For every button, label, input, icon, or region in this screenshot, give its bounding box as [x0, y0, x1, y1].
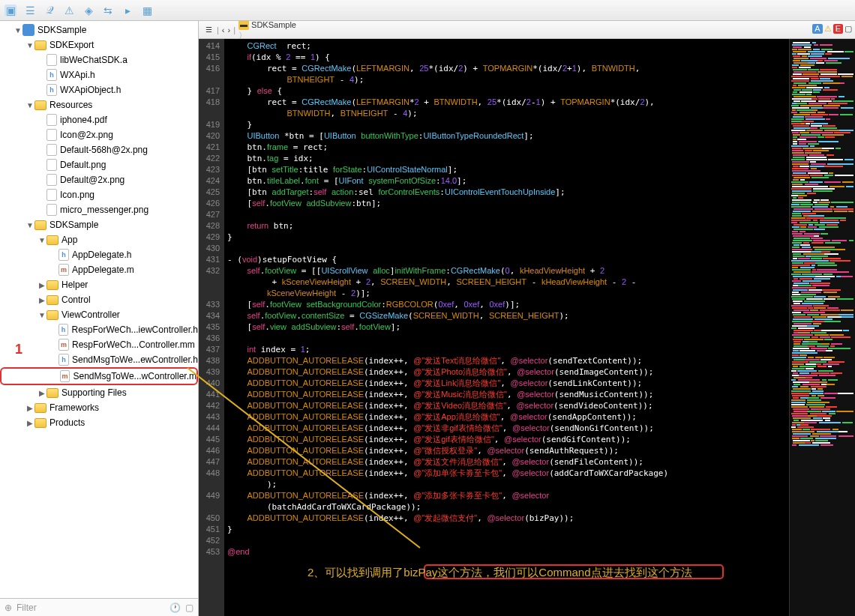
tree-item[interactable]: ▼App — [0, 232, 198, 247]
counterpart-icon[interactable]: ▢ — [844, 24, 852, 34]
navigator-breakpoint-icon[interactable]: ▸ — [122, 4, 134, 16]
tree-item[interactable]: Default.png — [0, 157, 198, 172]
tree-item[interactable]: Icon@2x.png — [0, 127, 198, 142]
tree-item[interactable]: hWXApi.h — [0, 67, 198, 82]
tree-item[interactable]: Default@2x.png — [0, 172, 198, 187]
navigator-debug-icon[interactable]: ⇆ — [102, 4, 114, 16]
status-badge-a: A — [812, 24, 822, 34]
tree-item[interactable]: hAppDelegate.h — [0, 247, 198, 262]
tree-item[interactable]: ▶Supporting Files — [0, 385, 198, 400]
navigator-report-icon[interactable]: ▦ — [141, 4, 153, 16]
filter-add-icon[interactable]: ⊕ — [4, 603, 12, 613]
tree-item[interactable]: hWXApiObject.h — [0, 82, 198, 97]
line-gutter[interactable]: 414 415 416 417 418 419 420 421 422 423 … — [199, 39, 224, 616]
filter-recent-icon[interactable]: 🕐 — [170, 603, 181, 613]
tree-item[interactable]: ▶Frameworks — [0, 400, 198, 415]
editor-status: A ⚠ E ▢ — [812, 24, 852, 34]
project-toolbar: ▣ ☰ 𝒬 ⚠ ◈ ⇆ ▸ ▦ — [0, 0, 855, 21]
tree-item[interactable]: mRespForWeCh...Controller.mm — [0, 337, 198, 352]
tree-item[interactable]: hSendMsgToWe...ewController.h — [0, 352, 198, 367]
tree-item[interactable]: iphone4.pdf — [0, 112, 198, 127]
filter-bar: ⊕ Filter 🕐 ▢ — [0, 598, 198, 616]
tree-item[interactable]: libWeChatSDK.a — [0, 52, 198, 67]
editor-area: ☰ | ‹ › | ⊞ 〉 〉 ▣ SDKSample 〉 ▬ SDKSampl… — [199, 21, 855, 616]
status-badge-e: E — [833, 24, 843, 34]
main-area: ▼SDKSample▼SDKExportlibWeChatSDK.ahWXApi… — [0, 21, 855, 616]
nav-forward-icon[interactable]: › — [228, 25, 231, 34]
code-editor[interactable]: CGRect rect; if(idx % 2 == 1) { rect = C… — [224, 39, 789, 616]
tree-item[interactable]: ▶Control — [0, 292, 198, 307]
tree-item[interactable]: hRespForWeCh...iewController.h — [0, 322, 198, 337]
project-navigator: ▼SDKSample▼SDKExportlibWeChatSDK.ahWXApi… — [0, 21, 199, 616]
navigator-issue-icon[interactable]: ⚠ — [63, 4, 75, 16]
annotation-2: 2、可以找到调用了bizPay这个方法，我们可以Command点进去找到这个方法 — [308, 566, 692, 580]
navigator-list-icon[interactable]: ☰ — [24, 4, 36, 16]
tree-item[interactable]: Default-568h@2x.png — [0, 142, 198, 157]
tree-item[interactable]: ▼SDKExport — [0, 37, 198, 52]
filter-input[interactable]: Filter — [16, 603, 37, 613]
tree-item[interactable]: mAppDelegate.m — [0, 262, 198, 277]
tree-item[interactable]: ▼Resources — [0, 97, 198, 112]
tree-item[interactable]: mSendMsgToWe...wController.m — [0, 367, 198, 385]
navigator-search-icon[interactable]: 𝒬 — [44, 4, 56, 16]
warning-icon[interactable]: ⚠ — [824, 24, 832, 34]
tree-item[interactable]: ▼SDKSample — [0, 22, 198, 37]
related-items-icon[interactable]: ☰ — [203, 25, 214, 35]
tree-item[interactable]: ▶Products — [0, 415, 198, 430]
navigator-folder-icon[interactable]: ▣ — [4, 4, 16, 16]
minimap[interactable] — [789, 39, 855, 616]
filter-scm-icon[interactable]: ▢ — [185, 603, 194, 613]
file-tree[interactable]: ▼SDKSample▼SDKExportlibWeChatSDK.ahWXApi… — [0, 21, 198, 598]
jump-bar[interactable]: ☰ | ‹ › | ⊞ 〉 〉 ▣ SDKSample 〉 ▬ SDKSampl… — [199, 21, 855, 39]
tree-item[interactable]: ▼ViewController — [0, 307, 198, 322]
nav-back-icon[interactable]: ‹ — [222, 25, 225, 34]
navigator-test-icon[interactable]: ◈ — [82, 4, 94, 16]
tree-item[interactable]: ▼SDKSample — [0, 217, 198, 232]
tree-item[interactable]: micro_messenger.png — [0, 202, 198, 217]
annotation-1: 1 — [15, 342, 22, 357]
tree-item[interactable]: Icon.png — [0, 187, 198, 202]
tree-item[interactable]: ▶Helper — [0, 277, 198, 292]
